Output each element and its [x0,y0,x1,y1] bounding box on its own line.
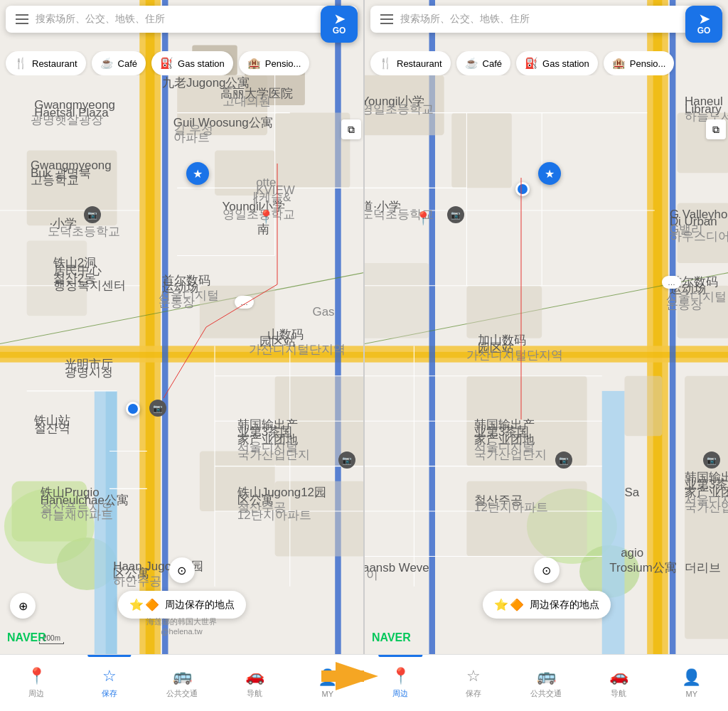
right-tab-saved[interactable]: ☆ 保存 [437,655,509,711]
svg-text:국가산업단지: 국가산업단지 [474,448,547,461]
map-area: Gwangmyeong Haetsal Plaza 광명햇살광장 Gwangmy… [0,0,728,654]
svg-rect-104 [451,113,512,188]
left-hamburger-icon[interactable] [16,14,28,24]
right-tab-transit[interactable]: 🚌 公共交通 [510,655,582,711]
svg-text:도덕초등학교: 도덕초등학교 [48,225,120,238]
svg-text:국가산업단지: 국가산업단지 [685,501,728,514]
svg-text:아파트: 아파트 [173,131,210,144]
right-ellipsis-marker[interactable]: … [662,276,681,289]
left-search-bar[interactable]: 搜索场所、公交、地铁、住所 [6,6,358,33]
svg-text:세이: 세이 [365,568,378,582]
svg-text:운동장: 운동장 [159,296,195,309]
left-nearby-saved-button[interactable]: ⭐ 🔶 周边保存的地点 [118,591,246,619]
right-transit-icon: 🚌 [537,667,556,685]
svg-text:12단지아파트: 12단지아파트 [474,501,548,514]
left-chip-gas-label: Gas station [178,58,225,69]
right-cafe-icon: ☕ [465,57,478,70]
right-map-background: G Valleyhouse Di Urban G밸리 하우스디어반 首尔数码 运… [365,0,728,654]
svg-text:광명시청: 광명시청 [65,365,113,379]
left-tab-nearby[interactable]: 📍 周边 [0,655,73,711]
left-chip-pension[interactable]: 🏨 Pensio... [239,51,310,75]
left-search-text: 搜索场所、公交、地铁、住所 [36,13,165,26]
right-chip-cafe-label: Café [483,58,502,69]
left-tab-transit[interactable]: 🚌 公共交通 [146,655,218,711]
left-go-label: GO [333,26,346,36]
svg-rect-109 [466,286,542,338]
left-copy-icon[interactable]: ⧉ [341,119,361,139]
right-tab-transit-label: 公共交通 [530,688,562,699]
right-tab-nearby[interactable]: 📍 周边 [364,655,437,711]
gas-icon: ⛽ [160,57,173,70]
left-camera-marker-3: 📷 [338,451,355,469]
left-attribution: 海莲娜的韩国大世界 @helena.tw [146,616,217,636]
left-tab-my[interactable]: 👤 MY [291,655,364,711]
right-pension-icon: 🏨 [612,57,626,70]
map-divider [363,0,365,654]
svg-text:∦케슬&: ∦케슬& [252,191,291,204]
right-location-pin [515,182,530,196]
right-tab-nearby-label: 周边 [392,688,408,699]
right-chip-restaurant[interactable]: 🍴 Restaurant [370,51,451,75]
left-chip-gas[interactable]: ⛽ Gas station [151,51,233,75]
right-restaurant-icon: 🍴 [379,57,392,70]
left-chip-cafe[interactable]: ☕ Café [92,51,146,75]
left-locate-button[interactable]: ⊕ [10,593,36,619]
svg-text:Sa: Sa [624,486,639,499]
svg-text:12단지아파트: 12단지아파트 [237,508,311,522]
left-saved-icon: ☆ [102,667,117,685]
svg-text:하우스디어반: 하우스디어반 [670,230,728,243]
left-category-chips: 🍴 Restaurant ☕ Café ⛽ Gas station 🏨 Pens… [0,51,363,75]
right-naver-logo: NAVER [372,631,411,644]
left-tab-saved[interactable]: ☆ 保存 [73,655,145,711]
right-chip-gas[interactable]: ⛽ Gas station [516,51,598,75]
left-location-pin [126,402,140,416]
right-nearby-saved-button[interactable]: ⭐ 🔶 周边保存的地点 [483,591,611,619]
svg-text:하늘채아파트: 하늘채아파트 [41,508,113,522]
left-map-panel: Gwangmyeong Haetsal Plaza 광명햇살광장 Gwangmy… [0,0,363,654]
right-chip-pension[interactable]: 🏨 Pensio... [604,51,675,75]
left-tab-navigate[interactable]: 🚗 导航 [218,655,291,711]
right-star-marker[interactable]: ★ [538,162,561,185]
svg-text:Trosium公寓: Trosium公寓 [609,561,676,574]
right-map-panel: G Valleyhouse Di Urban G밸리 하우스디어반 首尔数码 运… [365,0,728,654]
main-container: Gwangmyeong Haetsal Plaza 광명햇살광장 Gwangmy… [0,0,728,711]
svg-text:운동장: 운동장 [666,298,702,311]
bottom-tabs: 📍 周边 ☆ 保存 🚌 公共交通 🚗 导航 👤 MY [0,654,728,711]
right-go-label: GO [697,26,711,36]
right-copy-icon[interactable]: ⧉ [706,119,726,139]
right-go-button[interactable]: ➤ GO [685,6,722,43]
left-map-background: Gwangmyeong Haetsal Plaza 광명햇살광장 Gwangmy… [0,0,363,654]
right-camera-marker-2: 📷 [555,451,572,469]
svg-text:하안주공: 하안주공 [113,574,161,588]
left-go-button[interactable]: ➤ GO [321,6,358,43]
left-attribution-line1: 海莲娜的韩国大世界 [146,616,217,627]
left-chip-restaurant[interactable]: 🍴 Restaurant [6,51,86,75]
left-ellipsis-marker[interactable]: … [235,296,254,309]
svg-text:Gas: Gas [313,305,335,319]
left-center-locate[interactable]: ⊙ [169,557,195,583]
left-star-marker[interactable]: ★ [186,162,209,185]
right-tab-my[interactable]: 👤 MY [655,655,728,711]
svg-text:agio: agio [621,546,643,560]
left-tab-nearby-label: 周边 [28,688,44,699]
right-search-bar[interactable]: 搜索场所、公交、地铁、住所 [370,6,722,33]
right-center-locate[interactable]: ⊙ [534,557,560,583]
right-tab-navigate[interactable]: 🚗 导航 [582,655,655,711]
left-chip-pension-label: Pensio... [265,58,301,69]
left-attribution-line2: @helena.tw [146,627,217,636]
right-go-arrow-icon: ➤ [699,13,710,26]
right-camera-marker-3: 📷 [703,451,720,469]
left-camera-marker-1: 📷 [149,400,166,417]
right-tab-my-label: MY [686,690,698,698]
right-tab-navigate-label: 导航 [611,688,626,699]
left-navigate-icon: 🚗 [245,667,264,685]
svg-rect-97 [653,0,663,654]
right-my-icon: 👤 [682,668,701,687]
svg-text:철산역: 철산역 [34,422,70,435]
right-hamburger-icon[interactable] [380,14,393,24]
right-chip-cafe[interactable]: ☕ Café [456,51,510,75]
right-search-text: 搜索场所、公交、地铁、住所 [400,13,530,26]
right-navigate-icon: 🚗 [609,667,628,685]
right-location-outline: 📍 [414,210,432,227]
left-tab-navigate-label: 导航 [247,688,262,699]
